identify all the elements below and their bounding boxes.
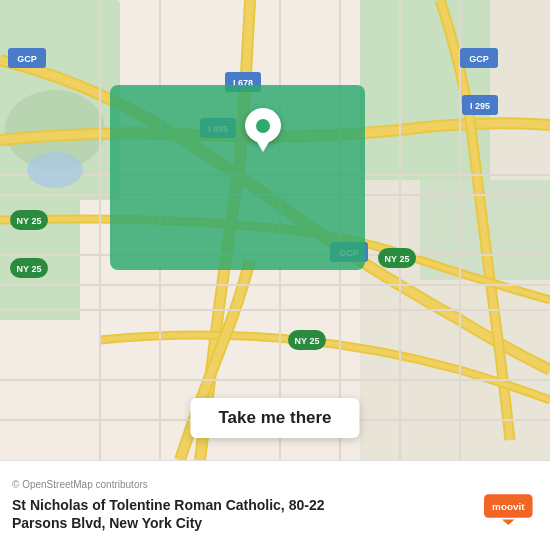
svg-text:GCP: GCP	[469, 54, 489, 64]
svg-text:moovit: moovit	[492, 501, 525, 512]
map-container: I 495 I 678 I 678 I 295 GCP GCP GCP NY 2…	[0, 0, 550, 460]
footer: © OpenStreetMap contributors St Nicholas…	[0, 460, 550, 550]
svg-point-42	[27, 152, 83, 188]
footer-info: © OpenStreetMap contributors St Nicholas…	[12, 479, 472, 532]
pin-dot	[256, 119, 270, 133]
map-background: I 495 I 678 I 678 I 295 GCP GCP GCP NY 2…	[0, 0, 550, 460]
svg-text:GCP: GCP	[17, 54, 37, 64]
pin-circle	[245, 108, 281, 143]
location-pin-icon	[245, 108, 281, 152]
svg-text:I 295: I 295	[470, 101, 490, 111]
svg-rect-43	[110, 85, 365, 270]
svg-text:NY 25: NY 25	[385, 254, 410, 264]
pin-tail	[257, 142, 269, 152]
svg-text:NY 25: NY 25	[295, 336, 320, 346]
moovit-logo-icon: moovit	[484, 487, 538, 525]
location-name: St Nicholas of Tolentine Roman Catholic,…	[12, 496, 472, 532]
svg-text:NY 25: NY 25	[17, 264, 42, 274]
map-roads-svg: I 495 I 678 I 678 I 295 GCP GCP GCP NY 2…	[0, 0, 550, 460]
svg-marker-46	[502, 519, 515, 524]
map-attribution: © OpenStreetMap contributors	[12, 479, 472, 490]
take-me-there-button[interactable]: Take me there	[190, 398, 359, 438]
moovit-logo-svg: moovit	[484, 487, 538, 525]
svg-text:NY 25: NY 25	[17, 216, 42, 226]
